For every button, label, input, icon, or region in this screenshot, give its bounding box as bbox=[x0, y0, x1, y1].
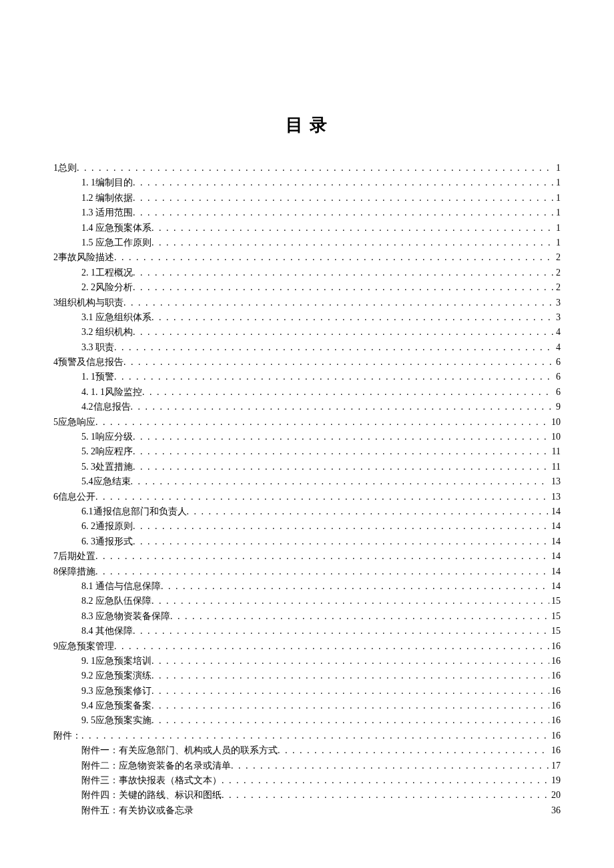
toc-entry-text: 附件： bbox=[53, 729, 81, 743]
toc-entry: 9.4 应急预案备案16 bbox=[53, 699, 561, 713]
toc-leader-dots bbox=[131, 474, 550, 489]
toc-entry-text: 9应急预案管理 bbox=[53, 639, 114, 654]
toc-leader-dots bbox=[222, 788, 549, 803]
toc-leader-dots bbox=[133, 325, 554, 340]
toc-entry-page: 1 bbox=[554, 191, 561, 205]
toc-entry: 8.4 其他保障15 bbox=[53, 624, 561, 638]
toc-leader-dots bbox=[222, 773, 549, 788]
toc-entry-text: 7后期处置 bbox=[53, 549, 95, 564]
toc-leader-dots bbox=[114, 340, 554, 355]
toc-leader-dots bbox=[95, 490, 549, 504]
toc-leader-dots bbox=[231, 759, 549, 773]
toc-entry-text: 4.2信息报告 bbox=[81, 400, 131, 414]
toc-leader-dots bbox=[133, 519, 549, 534]
toc-entry: 9.2 应急预案演练16 bbox=[53, 669, 561, 683]
toc-entry-text: 3.1 应急组织体系 bbox=[81, 310, 151, 325]
toc-leader-dots bbox=[123, 355, 554, 370]
toc-entry: 2事故风险描述2 bbox=[53, 250, 561, 265]
document-page: 目 录 1总则11. 1编制目的11.2 编制依据11.3 适用范围11.4 应… bbox=[0, 0, 614, 845]
toc-entry-text: 附件四：关键的路线、标识和图纸 bbox=[81, 788, 222, 803]
toc-entry-page: 16 bbox=[549, 654, 561, 669]
toc-entry-page: 14 bbox=[549, 504, 561, 519]
toc-entry-text: 1.4 应急预案体系 bbox=[81, 221, 151, 236]
toc-entry-text: 附件五：有关协议或备忘录 bbox=[81, 803, 194, 818]
toc-entry-text: 4预警及信息报告 bbox=[53, 355, 123, 370]
toc-entry-text: 5. 3处置措施 bbox=[81, 460, 133, 474]
toc-entry-text: 5. 1响应分级 bbox=[81, 430, 133, 444]
toc-entry: 附件五：有关协议或备忘录36 bbox=[53, 803, 561, 818]
toc-leader-dots bbox=[133, 205, 554, 220]
toc-entry-text: 6. 2通报原则 bbox=[81, 519, 133, 534]
toc-entry: 1总则1 bbox=[53, 161, 561, 175]
toc-entry: 9. 1应急预案培训16 bbox=[53, 654, 561, 669]
toc-leader-dots bbox=[161, 579, 549, 594]
toc-entry: 5.4应急结束13 bbox=[53, 474, 561, 489]
toc-entry-text: 3.2 组织机构 bbox=[81, 325, 133, 340]
toc-entry-text: 9.3 应急预案修订 bbox=[81, 684, 151, 699]
toc-entry-text: 1. 1预警 bbox=[81, 370, 114, 384]
toc-entry: 3.3 职责4 bbox=[53, 340, 561, 355]
toc-entry: 附件一：有关应急部门、机构或人员的联系方式 16 bbox=[53, 743, 561, 758]
toc-entry-text: 8.1 通信与信息保障 bbox=[81, 579, 161, 594]
toc-entry-text: 1.5 应急工作原则 bbox=[81, 236, 151, 250]
toc-leader-dots bbox=[170, 609, 549, 624]
toc-entry: 9应急预案管理16 bbox=[53, 639, 561, 654]
toc-leader-dots bbox=[114, 639, 549, 654]
toc-leader-dots bbox=[151, 310, 554, 325]
toc-leader-dots bbox=[187, 504, 550, 519]
toc-leader-dots bbox=[151, 594, 549, 608]
toc-entry: 5. 3处置措施11 bbox=[53, 460, 561, 474]
toc-entry-page: 17 bbox=[549, 759, 561, 773]
toc-leader-dots bbox=[133, 534, 549, 549]
toc-entry: 5. 2响应程序11 bbox=[53, 444, 561, 459]
toc-entry-text: 5. 2响应程序 bbox=[81, 444, 133, 459]
toc-entry: 3.1 应急组织体系3 bbox=[53, 310, 561, 325]
toc-entry-text: 1. 1编制目的 bbox=[81, 175, 133, 190]
table-of-contents: 1总则11. 1编制目的11.2 编制依据11.3 适用范围11.4 应急预案体… bbox=[53, 161, 561, 818]
toc-entry-page: 14 bbox=[549, 519, 561, 534]
toc-entry-page: 15 bbox=[549, 624, 561, 638]
toc-entry-text: 2事故风险描述 bbox=[53, 250, 114, 265]
toc-entry: 1.2 编制依据1 bbox=[53, 191, 561, 205]
toc-entry-text: 5.4应急结束 bbox=[81, 474, 131, 489]
toc-entry: 附件三：事故快报表（格式文本） 19 bbox=[53, 773, 561, 788]
toc-entry-text: 8保障措施 bbox=[53, 564, 95, 579]
toc-entry-page: 1 bbox=[554, 161, 561, 175]
toc-leader-dots bbox=[123, 296, 554, 310]
toc-entry-text: 附件二：应急物资装备的名录或清单 bbox=[81, 759, 231, 773]
toc-leader-dots bbox=[151, 699, 549, 713]
toc-entry-page: 15 bbox=[549, 594, 561, 608]
toc-leader-dots bbox=[133, 266, 554, 280]
toc-entry-page: 10 bbox=[549, 430, 561, 444]
toc-entry-text: 8.3 应急物资装备保障 bbox=[81, 609, 170, 624]
toc-leader-dots bbox=[95, 549, 549, 564]
toc-entry: 6信息公开13 bbox=[53, 490, 561, 504]
toc-entry-text: 9. 1应急预案培训 bbox=[81, 654, 151, 669]
toc-leader-dots bbox=[151, 669, 549, 683]
toc-entry-page: 14 bbox=[549, 549, 561, 564]
toc-entry: 3.2 组织机构4 bbox=[53, 325, 561, 340]
toc-entry: 5应急响应10 bbox=[53, 415, 561, 430]
toc-leader-dots bbox=[133, 444, 550, 459]
toc-entry-text: 9. 5应急预案实施 bbox=[81, 713, 151, 728]
toc-entry-page: 6 bbox=[554, 355, 561, 370]
toc-leader-dots bbox=[133, 175, 554, 190]
toc-entry-page: 2 bbox=[554, 266, 561, 280]
toc-leader-dots bbox=[131, 400, 555, 414]
toc-entry-page: 13 bbox=[549, 490, 561, 504]
toc-entry-page: 1 bbox=[554, 175, 561, 190]
toc-entry-page: 19 bbox=[549, 773, 561, 788]
toc-entry-page: 20 bbox=[549, 788, 561, 803]
toc-entry-page: 16 bbox=[549, 669, 561, 683]
toc-entry-page: 16 bbox=[549, 684, 561, 699]
toc-leader-dots bbox=[133, 460, 550, 474]
toc-entry-text: 1总则 bbox=[53, 161, 77, 175]
toc-entry-page: 6 bbox=[554, 370, 561, 384]
toc-leader-dots bbox=[81, 729, 549, 743]
toc-entry-text: 6信息公开 bbox=[53, 490, 95, 504]
toc-entry-page: 3 bbox=[554, 310, 561, 325]
toc-entry: 8.1 通信与信息保障14 bbox=[53, 579, 561, 594]
toc-entry-text: 8.4 其他保障 bbox=[81, 624, 133, 638]
toc-entry-text: 9.4 应急预案备案 bbox=[81, 699, 151, 713]
toc-entry: 6.1通报信息部门和负责人14 bbox=[53, 504, 561, 519]
